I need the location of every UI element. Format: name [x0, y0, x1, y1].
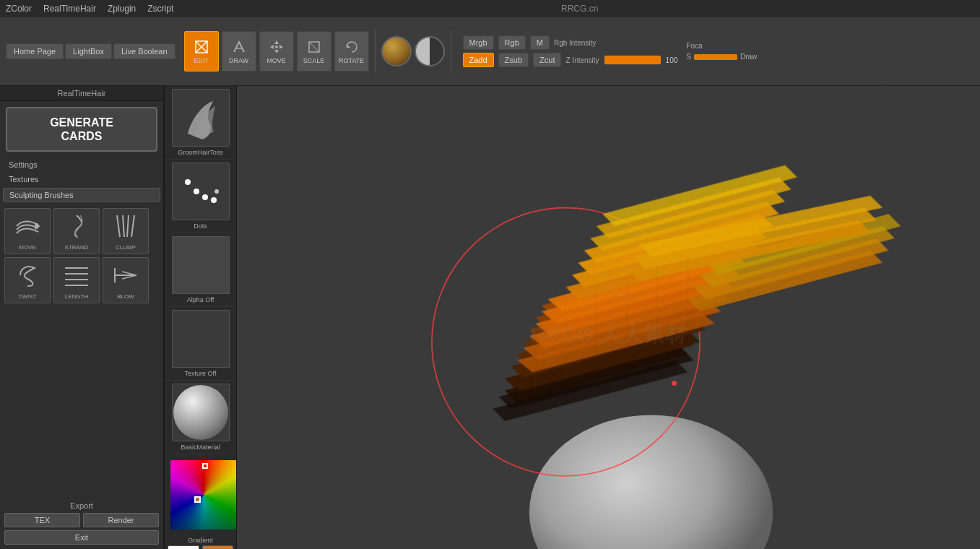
draw-tool-button[interactable]: Draw [222, 31, 256, 72]
menu-zplugin[interactable]: Zplugin [108, 4, 136, 14]
color-overlay [170, 460, 237, 529]
svg-line-10 [309, 42, 314, 47]
rotate-icon [343, 38, 360, 56]
z-intensity-fill [604, 56, 661, 64]
dots-item[interactable]: Dots [165, 160, 236, 233]
move-brush-item[interactable]: MOVE [4, 208, 51, 254]
strand-brush-item[interactable]: Strand [53, 208, 100, 254]
svg-marker-12 [347, 44, 350, 48]
edit-label: Edit [194, 57, 209, 64]
scale-label: Scale [303, 57, 325, 64]
toolbar-separator-2 [451, 30, 451, 73]
blow-brush-label: BLOW [117, 293, 134, 300]
swatch-brown[interactable] [202, 545, 234, 549]
hair-visualization: RRCG 人人素材 RRCG.cn [237, 86, 980, 549]
move-brush-label: MOVE [19, 244, 36, 251]
z-intensity-label: Z Intensity [565, 56, 599, 64]
groom-hair-toss-label: GroomHairToss [178, 149, 223, 156]
draw-label-far: Draw [740, 53, 757, 61]
clump-brush-icon [111, 212, 140, 241]
swatch-white[interactable] [168, 545, 199, 549]
groom-hair-toss-item[interactable]: GroomHairToss [165, 86, 236, 160]
length-brush-icon [62, 261, 91, 290]
svg-point-21 [185, 179, 191, 185]
lightbox-button[interactable]: LightBox [65, 43, 112, 59]
color-picker[interactable] [170, 460, 237, 529]
edit-tool-button[interactable]: Edit [184, 31, 219, 72]
draw-label: Draw [229, 57, 248, 64]
z-intensity-value: 100 [666, 56, 678, 64]
textures-item[interactable]: Textures [0, 172, 163, 186]
menu-zscript[interactable]: Zscript [147, 4, 173, 14]
top-menu-bar: ZColor RealTimeHair Zplugin Zscript RRCG… [0, 0, 980, 17]
edit-icon [193, 38, 210, 56]
blow-brush-item[interactable]: BLOW [103, 257, 149, 303]
zcut-button[interactable]: Zcut [533, 53, 561, 67]
gradient-label: Gradient [165, 535, 236, 545]
m-button[interactable]: M [530, 35, 550, 50]
scale-tool-button[interactable]: Scale [297, 31, 331, 72]
focus-slider[interactable] [694, 54, 737, 60]
twist-brush-item[interactable]: TWIST [4, 257, 51, 303]
color-cursor-top [202, 463, 208, 469]
dots-label: Dots [194, 222, 207, 230]
app-title: RRCG.cn [185, 4, 974, 14]
mrgb-button[interactable]: Mrgb [463, 35, 494, 50]
move-tool-button[interactable]: Move [259, 31, 294, 72]
alpha-off-label: Alpha Off [187, 296, 214, 303]
toolbar-far-right: Foca S Draw [686, 42, 757, 61]
material-sphere-1[interactable] [381, 36, 412, 66]
zsub-button[interactable]: Zsub [498, 53, 529, 67]
zadd-button[interactable]: Zadd [463, 53, 494, 67]
svg-marker-6 [270, 45, 274, 49]
viewport-canvas[interactable]: RRCG 人人素材 RRCG.cn [237, 86, 980, 549]
svg-marker-4 [274, 40, 279, 44]
tex-button[interactable]: TEX [4, 513, 80, 527]
texture-off-label: Texture Off [185, 370, 217, 377]
home-page-button[interactable]: Home Page [6, 43, 64, 59]
mode-row: Mrgb Rgb M Rgb Intensity [463, 35, 678, 50]
material-sphere-2[interactable] [415, 36, 445, 66]
clump-brush-item[interactable]: CLUMP [103, 208, 149, 254]
rgb-intensity-label: Rgb Intensity [554, 39, 596, 47]
basic-material-label: BasicMaterial [181, 444, 220, 451]
strand-brush-label: Strand [65, 244, 89, 251]
twist-brush-icon [13, 261, 42, 290]
groom-hair-toss-preview [172, 89, 230, 147]
left-panel: RealTimeHair GENERATECARDS Settings Text… [0, 86, 165, 549]
toolbar-nav: Home Page LightBox Live Boolean [6, 43, 175, 59]
brush-grid: MOVE Strand [0, 204, 163, 308]
svg-point-71 [672, 381, 677, 386]
live-boolean-button[interactable]: Live Boolean [113, 43, 175, 59]
toolbar-separator-1 [375, 30, 376, 73]
render-button[interactable]: Render [83, 513, 159, 527]
svg-line-16 [131, 215, 134, 237]
settings-item[interactable]: Settings [0, 157, 163, 172]
sculpting-brushes-header[interactable]: Sculpting Brushes [3, 188, 160, 202]
svg-point-8 [275, 46, 278, 48]
svg-line-11 [314, 47, 319, 52]
basic-material-item[interactable]: BasicMaterial [165, 381, 236, 454]
menu-realtimehair[interactable]: RealTimeHair [43, 4, 96, 14]
toolbar-tools: Edit Draw Move [184, 31, 369, 72]
alpha-off-preview [172, 236, 230, 294]
move-icon [268, 38, 285, 56]
center-panel: GroomHairToss Dots Alpha Off [165, 86, 237, 549]
rotate-tool-button[interactable]: Rotate [334, 31, 369, 72]
toolbar-right: Mrgb Rgb M Rgb Intensity Zadd Zsub Zcut … [463, 35, 678, 67]
length-brush-item[interactable]: LENGTH [53, 257, 100, 303]
svg-marker-5 [274, 50, 279, 53]
basic-material-preview [172, 384, 230, 441]
svg-line-14 [123, 215, 124, 237]
menu-zcolor[interactable]: ZColor [6, 4, 32, 14]
rotate-label: Rotate [339, 57, 364, 64]
dots-preview [172, 163, 230, 220]
exit-button[interactable]: Exit [4, 530, 159, 545]
alpha-off-item[interactable]: Alpha Off [165, 233, 236, 307]
rgb-button[interactable]: Rgb [498, 35, 526, 50]
z-intensity-slider[interactable] [604, 55, 662, 65]
move-brush-icon [13, 212, 42, 241]
texture-off-item[interactable]: Texture Off [165, 307, 236, 381]
generate-cards-button[interactable]: GENERATECARDS [6, 107, 157, 152]
clump-brush-label: CLUMP [116, 244, 136, 251]
